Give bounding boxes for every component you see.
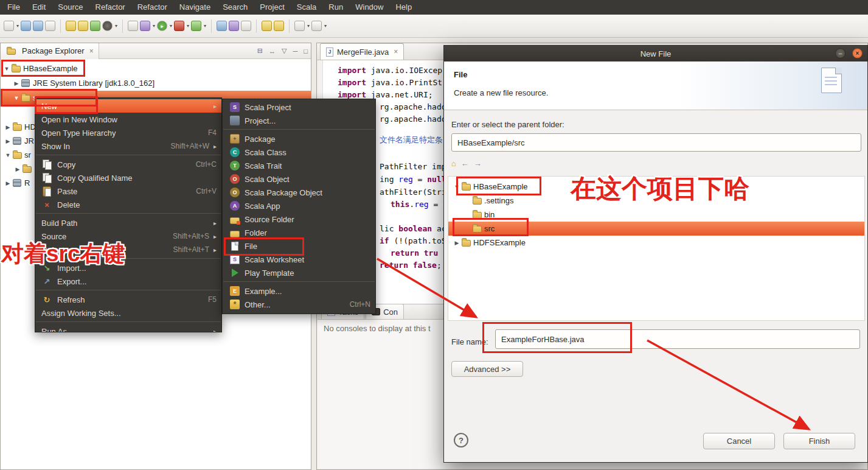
- help-button[interactable]: ?: [454, 433, 468, 447]
- menu-source[interactable]: Source: [52, 0, 89, 15]
- tree-item-hbaseexample[interactable]: ▼ HBaseExample: [3, 61, 78, 75]
- search-icon[interactable]: [217, 21, 227, 31]
- open-type-icon[interactable]: [229, 21, 239, 31]
- submenu-item-scala-trait[interactable]: Scala Trait: [223, 159, 375, 172]
- menu-item-import[interactable]: ↘ Import...: [35, 261, 221, 275]
- menu-item-copy[interactable]: Copy Ctrl+C: [35, 158, 221, 171]
- close-icon[interactable]: ×: [394, 47, 398, 56]
- submenu-item-play-template[interactable]: Play Template: [223, 266, 375, 279]
- submenu-item-scala-class[interactable]: Scala Class: [223, 146, 375, 159]
- submenu-item-scala-project[interactable]: Scala Project: [223, 100, 375, 114]
- expander-icon[interactable]: ▼: [3, 66, 10, 72]
- collapse-all-icon[interactable]: ⊟: [254, 47, 266, 55]
- submenu-item-scala-app[interactable]: Scala App: [223, 199, 375, 212]
- menu-item-refresh[interactable]: ↻ Refresh F5: [35, 293, 221, 306]
- home-icon[interactable]: ⌂: [451, 159, 456, 168]
- menu-scala[interactable]: Scala: [291, 0, 323, 15]
- menu-item-open-type-hierarchy[interactable]: Open Type Hierarchy F4: [35, 126, 221, 139]
- menu-item-run-as[interactable]: Run As ▸: [35, 324, 221, 332]
- expander-icon[interactable]: ▶: [4, 124, 12, 130]
- menu-edit[interactable]: Edit: [26, 0, 52, 15]
- menu-refactor-2[interactable]: Refactor: [131, 0, 173, 15]
- submenu-item-scala-worksheet[interactable]: Scala Worksheet: [223, 253, 375, 266]
- file-name-input[interactable]: [495, 329, 860, 349]
- tree-item-partial-src[interactable]: ▼ sr: [4, 148, 31, 162]
- run-icon[interactable]: [157, 21, 167, 31]
- expander-icon[interactable]: ▶: [4, 138, 12, 144]
- menu-item-export[interactable]: ↗ Export...: [35, 275, 221, 288]
- coverage-icon[interactable]: [90, 21, 100, 31]
- new-folder-icon[interactable]: [78, 21, 88, 31]
- run-config-icon[interactable]: [174, 21, 184, 31]
- menu-item-build-path[interactable]: Build Path ▸: [35, 216, 221, 230]
- close-icon[interactable]: ×: [89, 47, 94, 55]
- expander-icon[interactable]: ▼: [13, 95, 20, 101]
- cancel-button[interactable]: Cancel: [703, 433, 775, 449]
- advanced-button[interactable]: Advanced >>: [451, 361, 523, 377]
- previous-annotation-icon[interactable]: [274, 21, 284, 31]
- menu-item-copy-qualified-name[interactable]: Copy Qualified Name: [35, 171, 221, 184]
- back-icon[interactable]: ←: [461, 159, 469, 168]
- submenu-item-folder[interactable]: Folder: [223, 226, 375, 239]
- print-icon[interactable]: [45, 21, 55, 31]
- dialog-titlebar[interactable]: New File – ×: [444, 46, 867, 61]
- submenu-item-file[interactable]: File: [223, 239, 375, 253]
- menu-item-new[interactable]: New ▸: [35, 99, 221, 113]
- external-tools-icon[interactable]: [191, 21, 201, 31]
- menu-item-show-in[interactable]: Show In Shift+Alt+W ▸: [35, 139, 221, 153]
- menu-help[interactable]: Help: [389, 0, 418, 15]
- menu-refactor-1[interactable]: Refactor: [89, 0, 131, 15]
- expander-icon[interactable]: ▶: [14, 166, 21, 172]
- next-annotation-icon[interactable]: [262, 21, 272, 31]
- dropdown-caret-icon[interactable]: ▾: [307, 23, 310, 29]
- menu-item-delete[interactable]: × Delete: [35, 198, 221, 211]
- dropdown-caret-icon[interactable]: ▾: [16, 23, 19, 29]
- submenu-item-project[interactable]: Project...: [223, 114, 375, 127]
- save-icon[interactable]: [21, 21, 31, 31]
- dropdown-caret-icon[interactable]: ▾: [153, 23, 155, 29]
- submenu-item-other[interactable]: Other... Ctrl+N: [223, 298, 375, 311]
- forward-history-icon[interactable]: [311, 21, 322, 31]
- submenu-item-scala-object[interactable]: Scala Object: [223, 172, 375, 186]
- new-wizard-icon[interactable]: [4, 21, 14, 31]
- submenu-item-scala-package-object[interactable]: Scala Package Object: [223, 186, 375, 199]
- menu-item-open-in-new-window[interactable]: Open in New Window: [35, 113, 221, 126]
- menu-file[interactable]: File: [1, 0, 26, 15]
- forward-icon[interactable]: →: [474, 159, 482, 168]
- menu-window[interactable]: Window: [349, 0, 389, 15]
- menu-item-refactor[interactable]: Refactor Shift+Alt+T ▸: [35, 243, 221, 256]
- menu-navigate[interactable]: Navigate: [173, 0, 217, 15]
- link-with-editor-icon[interactable]: ↔: [266, 47, 279, 55]
- cut-icon[interactable]: [128, 21, 138, 31]
- user-menu-icon[interactable]: [102, 21, 113, 31]
- tab-mergefile-java[interactable]: MergeFile.java ×: [320, 43, 404, 60]
- expander-icon[interactable]: ▶: [13, 80, 20, 86]
- finish-button[interactable]: Finish: [783, 433, 855, 449]
- menu-project[interactable]: Project: [254, 0, 290, 15]
- menu-search[interactable]: Search: [217, 0, 254, 15]
- dropdown-caret-icon[interactable]: ▾: [204, 23, 206, 29]
- window-minimize-icon[interactable]: –: [835, 48, 845, 58]
- menu-item-assign-working-sets[interactable]: Assign Working Sets...: [35, 306, 221, 320]
- save-all-icon[interactable]: [33, 21, 43, 31]
- menu-run[interactable]: Run: [322, 0, 349, 15]
- dropdown-caret-icon[interactable]: ▾: [115, 23, 117, 29]
- tree-item-partial-r[interactable]: ▶ R: [4, 176, 30, 190]
- menu-item-source[interactable]: Source Shift+Alt+S ▸: [35, 230, 221, 243]
- dialog-tree-item-settings[interactable]: .settings: [448, 194, 864, 208]
- dropdown-caret-icon[interactable]: ▾: [170, 23, 172, 29]
- minimize-view-icon[interactable]: ─: [290, 47, 301, 55]
- maximize-view-icon[interactable]: □: [300, 47, 311, 55]
- back-history-icon[interactable]: [294, 21, 305, 31]
- mark-occurrences-icon[interactable]: [241, 21, 251, 31]
- dropdown-caret-icon[interactable]: ▾: [324, 23, 327, 29]
- tree-item-partial-jre[interactable]: ▶ JR: [4, 134, 34, 148]
- menu-item-paste[interactable]: Paste Ctrl+V: [35, 184, 221, 198]
- window-close-icon[interactable]: ×: [852, 48, 863, 58]
- tab-package-explorer[interactable]: Package Explorer ×: [1, 43, 99, 59]
- expander-icon[interactable]: ▶: [453, 240, 460, 246]
- parent-folder-input[interactable]: [451, 133, 861, 152]
- tree-item-jre-library[interactable]: ▶ JRE System Library [jdk1.8.0_162]: [13, 76, 155, 90]
- dropdown-caret-icon[interactable]: ▾: [187, 23, 189, 29]
- dialog-tree-item-bin[interactable]: bin: [448, 208, 864, 222]
